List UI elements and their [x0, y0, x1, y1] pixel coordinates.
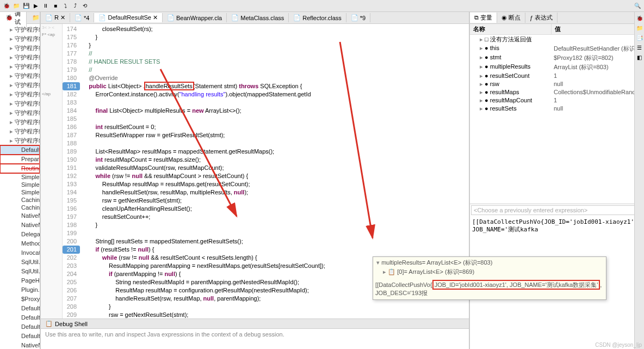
tool-icon[interactable]: ■ — [51, 2, 60, 10]
stack-frame[interactable]: PageHelper.intercept(Invocation) 行: 254 — [0, 276, 40, 285]
tool-icon[interactable]: 🐞 — [636, 14, 643, 22]
tool-icon[interactable]: 📁 — [12, 2, 21, 10]
tool-icon[interactable]: 💾 — [22, 2, 30, 10]
code-line[interactable]: 195 rsw = getNextResultSet(stmt); — [63, 197, 469, 205]
stack-frame[interactable]: Method.invoke(Object, Object...) 行: 498 — [0, 239, 40, 248]
stack-frame[interactable]: CachingExecutor.query(MappedStatement, O… — [0, 204, 40, 211]
tab-expressions[interactable]: ƒ表达式 — [525, 13, 558, 23]
thread-row[interactable]: ▸守护程序线程 [DubboServerHandler-127.0.0.1:20… — [0, 118, 40, 127]
stack-frame[interactable]: DefaultSqlSession.selectList(String, Obj… — [0, 322, 40, 332]
code-line[interactable]: 176 } — [63, 41, 469, 50]
thread-row[interactable]: ▸守护程序线程 [Druid-ConnectionPool-Destroy-88… — [0, 62, 40, 71]
debug-tree[interactable]: ▸守护程序线程 [logback-9] (正在运行)▸守护程序线程 [Dubbo… — [0, 24, 40, 349]
tool-icon[interactable]: 📁 — [636, 24, 643, 32]
stack-frame[interactable]: SqlUtil.processPage(Invocation) 行: 374 — [0, 267, 40, 276]
stack-frame[interactable]: RoutingStatementHandler.query(Statement,… — [0, 164, 40, 173]
code-line[interactable]: 189 List<ResultMap> resultMaps = mappedS… — [63, 148, 469, 156]
code-line[interactable]: 184 final List<Object> multipleResults =… — [63, 107, 469, 115]
code-line[interactable]: 174 closeResultSet(rs); — [63, 25, 469, 33]
variable-row[interactable]: ▸ ● stmt$Proxy182 (标识=802) — [470, 53, 644, 63]
tool-icon[interactable]: ⟲ — [81, 2, 89, 10]
stack-frame[interactable]: NativeMethodAccessorImpl.invoke(Object, … — [0, 221, 40, 230]
variable-row[interactable]: ▸ □ 没有方法返回值 — [470, 35, 644, 44]
debug-shell-tab[interactable]: 📋 Debug Shell — [41, 319, 469, 329]
thread-row[interactable]: ▸守护程序线程 [DubboServerHandler-127.0.0.1:20… — [0, 108, 40, 118]
code-line[interactable]: 199 — [63, 229, 469, 237]
variable-row[interactable]: ▸ ● resultSetCount1 — [470, 72, 644, 80]
thread-row[interactable]: ▸守护程序线程 [Druid-ConnectionPool-Create-886… — [0, 53, 40, 62]
code-line[interactable]: 209 rsw = getNextResultSet(stmt); — [63, 311, 469, 319]
editor-tab[interactable]: 📄DefaultResultSe ✕ — [94, 13, 163, 22]
stack-frame[interactable]: DefaultResultSetHandler.handleResultSets… — [0, 145, 40, 155]
editor-tab[interactable]: 📄R ✕ — [41, 13, 70, 22]
variable-row[interactable]: ▸ ● multipleResultsArrayList (标识=803) — [470, 63, 644, 72]
code-line[interactable]: 191 validateResultMapsCount(rsw, resultM… — [63, 164, 469, 172]
stack-frame[interactable]: $Proxy180.query(MappedStatement, Object,… — [0, 295, 40, 304]
editor-tab[interactable]: 📄BeanWrapper.cla — [163, 13, 227, 22]
tool-icon[interactable]: ☰ — [636, 44, 643, 51]
stack-frame[interactable]: SqlUtil._processPage(Invocation) 行: 401 — [0, 258, 40, 267]
tab-variables[interactable]: ⧉变量 — [470, 13, 497, 23]
variable-row[interactable]: ▸ ● rswnull — [470, 80, 644, 88]
code-line[interactable]: 183 — [63, 99, 469, 107]
popup-item[interactable]: ▸ 📋 [0]= ArrayList<E> (标识=869) — [375, 267, 604, 277]
thread-row[interactable]: ▸守护程序线程 [DubboServerHandler-127.0.0.1:20… — [0, 127, 40, 136]
code-line[interactable]: 181 public List<Object> .handleResultSet… — [63, 82, 469, 90]
code-line[interactable]: 194 handleResultSet(rsw, resultMap, mult… — [63, 188, 469, 197]
editor-tab[interactable]: 📄*9 — [346, 13, 370, 22]
code-line[interactable]: 200 String[] resultSets = mappedStatemen… — [63, 237, 469, 246]
stack-frame[interactable]: SimpleExecutor(BaseExecutor).query(Mappe… — [0, 188, 40, 196]
thread-row[interactable]: ▸守护程序线程 [OracleTimeoutPollingThread] (正在… — [0, 71, 40, 81]
stack-frame[interactable]: SimpleExecutor.doQuery(MappedStatement, … — [0, 173, 40, 181]
thread-row[interactable]: ▸守护程序线程 [DubboServerHandler-127.0.0.1:20… — [0, 34, 40, 44]
editor-tab[interactable]: 📄*4 — [70, 13, 94, 22]
code-line[interactable]: 208 } — [63, 303, 469, 311]
variables-view[interactable]: 名称 值 ▸ □ 没有方法返回值▸ ● thisDefaultResultSet… — [470, 24, 644, 204]
tool-icon[interactable]: 🐞 — [2, 2, 11, 10]
code-line[interactable]: 192 while (rsw != null && resultMapCount… — [63, 172, 469, 180]
code-line[interactable]: 175 } — [63, 33, 469, 41]
code-line[interactable]: 186 int resultSetCount = 0; — [63, 123, 469, 131]
stack-frame[interactable]: Invocation.proceed() 行: 49 — [0, 248, 40, 258]
stack-frame[interactable]: Plugin.invoke(Object, Method, Object[]) … — [0, 285, 40, 295]
stack-frame[interactable]: NativeMethodAccessorImpl.invoke0(Method,… — [0, 211, 40, 221]
tool-icon[interactable]: ⤴ — [71, 2, 79, 10]
thread-row[interactable]: ▸守护程序线程 [logback-9] (正在运行) — [0, 99, 40, 108]
tab-breakpoints[interactable]: ◉断点 — [497, 13, 525, 23]
stack-frame[interactable]: DefaultSqlSession.selectList(String, Obj… — [0, 304, 40, 313]
tool-icon[interactable]: ⏸ — [41, 2, 50, 10]
variable-row[interactable]: ▸ ● resultMapsCollections$UnmodifiableRa… — [470, 88, 644, 96]
code-line[interactable]: 198 } — [63, 221, 469, 229]
search-icon[interactable]: 🔍 — [633, 2, 642, 10]
stack-frame[interactable]: CachingExecutor.query(MappedStatement, O… — [0, 196, 40, 204]
thread-row[interactable]: ▸守护程序线程 [logback-8] (正在运行) — [0, 90, 40, 99]
code-line[interactable]: 193 ResultMap resultMap = resultMaps.get… — [63, 180, 469, 188]
code-line[interactable]: 182 ErrorContext.instance().activity("ha… — [63, 90, 469, 99]
editor-tab[interactable]: 📄Reflector.class — [289, 13, 346, 22]
stack-frame[interactable]: SimpleExecutor(BaseExecutor).queryFromDa… — [0, 181, 40, 188]
code-line[interactable]: 190 int resultMapCount = resultMaps.size… — [63, 156, 469, 164]
variable-row[interactable]: ▸ ● resultMapCount1 — [470, 96, 644, 105]
thread-row[interactable]: ▸守护程序线程 [mysql-cj-abandoned-connection-c… — [0, 44, 40, 53]
code-line[interactable]: 201 if (resultSets != null) { — [63, 246, 469, 254]
code-line[interactable]: 196 cleanUpAfterHandlingResultSet(); — [63, 205, 469, 213]
thread-row[interactable]: ▸守护程序线程 [logback-9] (正在运行) — [0, 25, 40, 34]
tool-icon[interactable]: ◧ — [636, 53, 643, 61]
stack-frame[interactable]: DefaultSqlSession.selectList(String, Obj… — [0, 313, 40, 322]
tool-icon[interactable]: ▶ — [32, 2, 40, 10]
expression-input[interactable]: <Choose a previously entered expression> — [471, 205, 643, 215]
thread-row[interactable]: ▸守护程序线程 [DubboServerHandler-127.0.0.1:20… — [0, 136, 40, 145]
variable-row[interactable]: ▸ ● resultSetsnull — [470, 105, 644, 113]
stack-frame[interactable]: DefaultSqlSession.selectOne(String, Obje… — [0, 332, 40, 341]
code-line[interactable]: 179 // — [63, 66, 469, 74]
variable-row[interactable]: ▸ ● thisDefaultResultSetHandler (标识=791) — [470, 44, 644, 53]
editor-tab[interactable]: 📄MetaClass.class — [227, 13, 289, 22]
tool-icon[interactable]: 📑 — [636, 34, 643, 41]
thread-row[interactable]: ▸守护程序线程 [DubboServerHandler-127.0.0.1:20… — [0, 81, 40, 90]
code-line[interactable]: 187 ResultSetWrapper rsw = getFirstResul… — [63, 131, 469, 139]
code-line[interactable]: 177 // — [63, 50, 469, 58]
code-line[interactable]: 185 — [63, 115, 469, 123]
stack-frame[interactable]: NativeMethodAccessorImpl.invoke0(Method,… — [0, 341, 40, 349]
code-line[interactable]: 178 // HANDLE RESULT SETS — [63, 58, 469, 66]
code-line[interactable]: 188 — [63, 139, 469, 148]
